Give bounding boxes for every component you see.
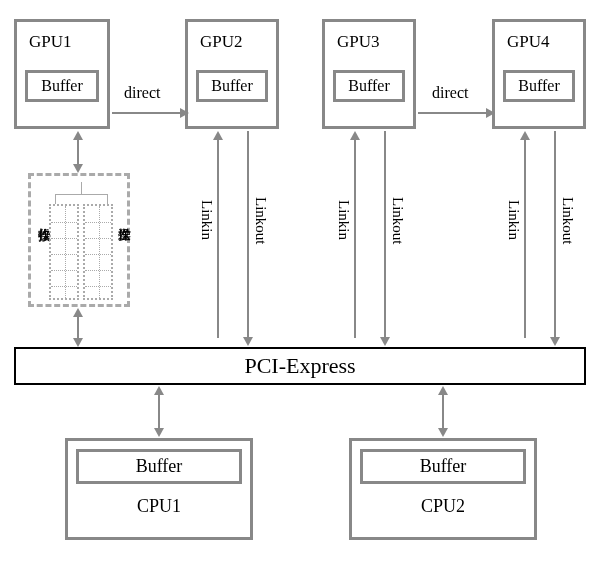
gpu3-linkin-label: Linkin	[335, 200, 352, 240]
direct-line-2	[418, 112, 488, 114]
gpu3-title: GPU3	[337, 32, 407, 52]
gpu3-linkout-label: Linkout	[389, 197, 406, 245]
gpu2-box: GPU2 Buffer	[185, 19, 279, 129]
gpu3-buffer: Buffer	[333, 70, 405, 102]
architecture-diagram: GPU1 Buffer GPU2 Buffer GPU3 Buffer GPU4…	[0, 0, 598, 568]
pci-express-bus: PCI-Express	[14, 347, 586, 385]
direct-label-2: direct	[432, 84, 468, 102]
gpu4-linkout-arrow	[550, 337, 560, 346]
gpu2-buffer: Buffer	[196, 70, 268, 102]
cpu2-title: CPU2	[352, 496, 534, 517]
recv-op-col	[49, 204, 79, 300]
direct-label-1: direct	[124, 84, 160, 102]
cpu1-title: CPU1	[68, 496, 250, 517]
op-gpu1-arrow-down	[73, 164, 83, 173]
send-op-col	[83, 204, 113, 300]
gpu2-linkout-label: Linkout	[252, 197, 269, 245]
cpu2-buffer: Buffer	[360, 449, 526, 484]
gpu4-linkin-label: Linkin	[505, 200, 522, 240]
direct-arrow-1	[180, 108, 189, 118]
cpu2-box: Buffer CPU2	[349, 438, 537, 540]
gpu1-buffer: Buffer	[25, 70, 99, 102]
gpu2-linkout-line	[247, 131, 249, 337]
cpu1-link-arrow-down	[154, 428, 164, 437]
gpu2-linkin-arrow	[213, 131, 223, 140]
cpu2-link-arrow-up	[438, 386, 448, 395]
gpu4-buffer: Buffer	[503, 70, 575, 102]
cpu2-link-arrow-down	[438, 428, 448, 437]
gpu3-linkout-arrow	[380, 337, 390, 346]
gpu1-box: GPU1 Buffer	[14, 19, 110, 129]
cpu1-link-arrow-up	[154, 386, 164, 395]
op-pci-line	[77, 316, 79, 340]
gpu4-linkin-arrow	[520, 131, 530, 140]
gpu1-title: GPU1	[29, 32, 101, 52]
gpu4-linkout-label: Linkout	[559, 197, 576, 245]
direct-line-1	[112, 112, 182, 114]
gpu2-title: GPU2	[200, 32, 270, 52]
cpu1-box: Buffer CPU1	[65, 438, 253, 540]
gpu3-linkout-line	[384, 131, 386, 337]
gpu3-box: GPU3 Buffer	[322, 19, 416, 129]
op-gpu1-arrow-up	[73, 131, 83, 140]
gpu4-linkout-line	[554, 131, 556, 337]
gpu3-linkin-arrow	[350, 131, 360, 140]
gpu4-title: GPU4	[507, 32, 577, 52]
gpu3-linkin-line	[354, 140, 356, 338]
cpu2-link-line	[442, 394, 444, 430]
cpu1-link-line	[158, 394, 160, 430]
gpu2-linkin-line	[217, 140, 219, 338]
op-gpu1-line	[77, 139, 79, 166]
op-pci-arrow-up	[73, 308, 83, 317]
direct-arrow-2	[486, 108, 495, 118]
op-pci-arrow-down	[73, 338, 83, 347]
gpu4-box: GPU4 Buffer	[492, 19, 586, 129]
gpu2-linkout-arrow	[243, 337, 253, 346]
cpu1-buffer: Buffer	[76, 449, 242, 484]
gpu2-linkin-label: Linkin	[198, 200, 215, 240]
gpu4-linkin-line	[524, 140, 526, 338]
operation-box: 接收操作 发送操作	[28, 173, 130, 307]
